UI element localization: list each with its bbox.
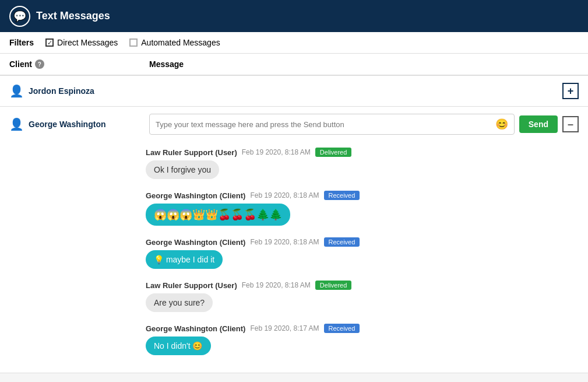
timestamp-2: Feb 19 2020, 8:18 AM	[250, 191, 319, 199]
sender-3: George Washington (Client)	[146, 238, 245, 247]
george-collapse-button[interactable]: –	[562, 116, 579, 132]
george-name: George Washington	[29, 120, 105, 129]
filters-bar: Filters ✓ Direct Messages Automated Mess…	[0, 32, 588, 54]
timestamp-5: Feb 19 2020, 8:17 AM	[250, 324, 319, 332]
bubble-3: 💡 maybe I did it	[146, 250, 223, 269]
status-badge-2: Received	[324, 191, 360, 200]
filter-automated-messages[interactable]: Automated Messages	[129, 38, 220, 47]
message-group-1: Law Ruler Support (User) Feb 19 2020, 8:…	[146, 148, 579, 179]
jordon-expand-button[interactable]: +	[562, 83, 579, 99]
col-client-header: Client ?	[9, 59, 149, 69]
bubble-2: 😱😱😱👑👑🍒🍒🍒🌲🌲	[146, 204, 290, 226]
client-row-george-header: 👤 George Washington 😊 Send –	[0, 107, 588, 142]
jordon-avatar-icon: 👤	[9, 84, 24, 98]
filter-direct-messages[interactable]: ✓ Direct Messages	[45, 38, 118, 47]
message-group-2: George Washington (Client) Feb 19 2020, …	[146, 191, 579, 226]
client-row-george: 👤 George Washington 😊 Send – Law Ruler S…	[0, 107, 588, 373]
client-row-jordon-header: 👤 Jordon Espinoza +	[0, 76, 588, 106]
emoji-picker-icon[interactable]: 😊	[495, 118, 508, 131]
message-group-3: George Washington (Client) Feb 19 2020, …	[146, 237, 579, 269]
col-message-header: Message	[149, 59, 579, 69]
direct-messages-checkbox[interactable]: ✓	[45, 38, 54, 47]
bubble-1: Ok I forgive you	[146, 160, 219, 179]
jordon-name: Jordon Espinoza	[29, 86, 94, 96]
header-icon: 💬	[9, 6, 30, 27]
status-badge-3: Received	[324, 237, 360, 247]
george-text-input[interactable]	[156, 120, 492, 129]
client-name-george: 👤 George Washington	[9, 117, 149, 131]
automated-messages-label: Automated Messages	[141, 38, 220, 47]
sender-5: George Washington (Client)	[146, 324, 245, 333]
sender-2: George Washington (Client)	[146, 191, 245, 200]
timestamp-4: Feb 19 2020, 8:18 AM	[242, 281, 311, 289]
message-meta-5: George Washington (Client) Feb 19 2020, …	[146, 324, 579, 333]
app-header: 💬 Text Messages	[0, 0, 588, 32]
timestamp-3: Feb 19 2020, 8:18 AM	[250, 238, 319, 246]
client-row-jordon: 👤 Jordon Espinoza +	[0, 76, 588, 107]
status-badge-1: Delivered	[315, 148, 351, 157]
message-meta-4: Law Ruler Support (User) Feb 19 2020, 8:…	[146, 281, 579, 290]
send-button[interactable]: Send	[519, 115, 558, 133]
george-text-input-wrapper: 😊	[149, 114, 515, 135]
table-header: Client ? Message	[0, 54, 588, 76]
status-badge-5: Received	[324, 324, 360, 333]
header-title: Text Messages	[36, 10, 110, 22]
sender-4: Law Ruler Support (User)	[146, 281, 237, 290]
sender-1: Law Ruler Support (User)	[146, 148, 237, 157]
bubble-5: No I didn't 😊	[146, 337, 211, 355]
filters-label: Filters	[9, 38, 34, 47]
message-meta-1: Law Ruler Support (User) Feb 19 2020, 8:…	[146, 148, 579, 157]
message-group-5: George Washington (Client) Feb 19 2020, …	[146, 324, 579, 355]
message-group-4: Law Ruler Support (User) Feb 19 2020, 8:…	[146, 281, 579, 312]
client-name-jordon: 👤 Jordon Espinoza	[9, 84, 149, 98]
direct-messages-label: Direct Messages	[57, 38, 118, 47]
bubble-4: Are you sure?	[146, 293, 213, 312]
client-help-icon[interactable]: ?	[35, 59, 44, 69]
george-avatar-icon: 👤	[9, 117, 24, 131]
messages-container: Law Ruler Support (User) Feb 19 2020, 8:…	[0, 142, 588, 373]
message-meta-3: George Washington (Client) Feb 19 2020, …	[146, 237, 579, 247]
timestamp-1: Feb 19 2020, 8:18 AM	[242, 148, 311, 156]
message-meta-2: George Washington (Client) Feb 19 2020, …	[146, 191, 579, 200]
status-badge-4: Delivered	[315, 281, 351, 290]
automated-messages-checkbox[interactable]	[129, 38, 138, 47]
